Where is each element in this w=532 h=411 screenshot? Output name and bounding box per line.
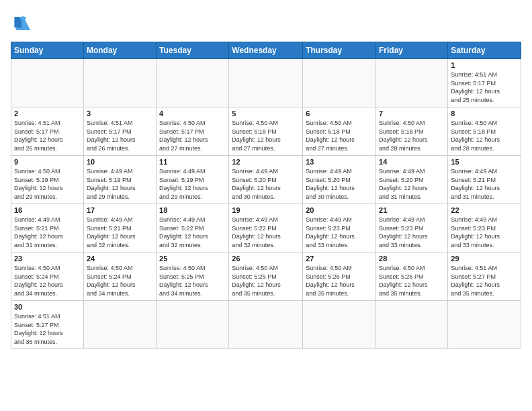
day-number: 9: [14, 158, 81, 166]
day-info: Sunrise: 4:51 AM Sunset: 5:27 PM Dayligh…: [14, 312, 81, 346]
day-number: 21: [379, 206, 445, 214]
calendar-cell: 24Sunrise: 4:50 AM Sunset: 5:24 PM Dayli…: [83, 253, 156, 301]
day-info: Sunrise: 4:50 AM Sunset: 5:26 PM Dayligh…: [306, 264, 373, 298]
calendar-cell: 28Sunrise: 4:50 AM Sunset: 5:26 PM Dayli…: [376, 253, 448, 301]
calendar-cell: [448, 301, 521, 349]
calendar-cell: 8Sunrise: 4:50 AM Sunset: 5:18 PM Daylig…: [448, 107, 521, 156]
calendar-cell: 30Sunrise: 4:51 AM Sunset: 5:27 PM Dayli…: [11, 301, 84, 349]
calendar-cell: 19Sunrise: 4:49 AM Sunset: 5:22 PM Dayli…: [229, 204, 303, 253]
calendar-cell: 16Sunrise: 4:49 AM Sunset: 5:21 PM Dayli…: [11, 204, 84, 253]
weekday-header-thursday: Thursday: [303, 42, 376, 59]
day-info: Sunrise: 4:49 AM Sunset: 5:19 PM Dayligh…: [159, 167, 226, 201]
calendar-cell: 2Sunrise: 4:51 AM Sunset: 5:17 PM Daylig…: [11, 107, 84, 156]
day-number: 15: [451, 158, 518, 166]
day-info: Sunrise: 4:49 AM Sunset: 5:21 PM Dayligh…: [87, 216, 153, 249]
calendar-cell: 13Sunrise: 4:49 AM Sunset: 5:20 PM Dayli…: [303, 156, 376, 204]
calendar-cell: [376, 301, 448, 349]
day-info: Sunrise: 4:50 AM Sunset: 5:17 PM Dayligh…: [159, 119, 226, 152]
day-info: Sunrise: 4:50 AM Sunset: 5:25 PM Dayligh…: [159, 264, 226, 298]
calendar: SundayMondayTuesdayWednesdayThursdayFrid…: [11, 42, 521, 349]
day-info: Sunrise: 4:50 AM Sunset: 5:18 PM Dayligh…: [451, 119, 518, 152]
day-info: Sunrise: 4:50 AM Sunset: 5:24 PM Dayligh…: [14, 264, 81, 298]
day-info: Sunrise: 4:49 AM Sunset: 5:23 PM Dayligh…: [451, 216, 518, 249]
weekday-header-saturday: Saturday: [448, 42, 521, 59]
day-number: 13: [306, 158, 373, 166]
day-info: Sunrise: 4:49 AM Sunset: 5:21 PM Dayligh…: [451, 167, 518, 201]
day-number: 4: [159, 109, 226, 118]
day-number: 11: [159, 158, 226, 166]
calendar-cell: 10Sunrise: 4:49 AM Sunset: 5:19 PM Dayli…: [83, 156, 156, 204]
day-number: 6: [306, 109, 373, 118]
weekday-header-friday: Friday: [376, 42, 448, 59]
calendar-cell: [157, 59, 229, 107]
week-row-6: 30Sunrise: 4:51 AM Sunset: 5:27 PM Dayli…: [11, 301, 521, 349]
calendar-cell: 20Sunrise: 4:49 AM Sunset: 5:23 PM Dayli…: [303, 204, 376, 253]
calendar-cell: [376, 59, 448, 107]
day-info: Sunrise: 4:50 AM Sunset: 5:18 PM Dayligh…: [379, 119, 445, 152]
day-info: Sunrise: 4:49 AM Sunset: 5:20 PM Dayligh…: [232, 167, 300, 201]
day-number: 27: [306, 255, 373, 263]
day-info: Sunrise: 4:50 AM Sunset: 5:26 PM Dayligh…: [379, 264, 445, 298]
calendar-cell: [11, 59, 84, 107]
day-info: Sunrise: 4:49 AM Sunset: 5:20 PM Dayligh…: [379, 167, 445, 201]
weekday-header-tuesday: Tuesday: [157, 42, 229, 59]
day-info: Sunrise: 4:51 AM Sunset: 5:17 PM Dayligh…: [87, 119, 153, 152]
calendar-cell: 17Sunrise: 4:49 AM Sunset: 5:21 PM Dayli…: [83, 204, 156, 253]
day-number: 12: [232, 158, 300, 166]
calendar-cell: [303, 301, 376, 349]
week-row-5: 23Sunrise: 4:50 AM Sunset: 5:24 PM Dayli…: [11, 253, 521, 301]
day-number: 1: [451, 61, 518, 69]
day-number: 3: [87, 109, 153, 118]
day-info: Sunrise: 4:49 AM Sunset: 5:21 PM Dayligh…: [14, 216, 81, 249]
day-number: 10: [87, 158, 153, 166]
day-number: 28: [379, 255, 445, 263]
calendar-cell: 12Sunrise: 4:49 AM Sunset: 5:20 PM Dayli…: [229, 156, 303, 204]
day-info: Sunrise: 4:50 AM Sunset: 5:19 PM Dayligh…: [14, 167, 81, 201]
calendar-cell: 9Sunrise: 4:50 AM Sunset: 5:19 PM Daylig…: [11, 156, 84, 204]
calendar-cell: 3Sunrise: 4:51 AM Sunset: 5:17 PM Daylig…: [83, 107, 156, 156]
day-number: 17: [87, 206, 153, 214]
calendar-cell: [157, 301, 229, 349]
day-info: Sunrise: 4:50 AM Sunset: 5:18 PM Dayligh…: [232, 119, 300, 152]
calendar-cell: 26Sunrise: 4:50 AM Sunset: 5:25 PM Dayli…: [229, 253, 303, 301]
calendar-cell: 15Sunrise: 4:49 AM Sunset: 5:21 PM Dayli…: [448, 156, 521, 204]
day-info: Sunrise: 4:49 AM Sunset: 5:22 PM Dayligh…: [159, 216, 226, 249]
calendar-cell: [229, 59, 303, 107]
calendar-cell: [229, 301, 303, 349]
day-info: Sunrise: 4:51 AM Sunset: 5:17 PM Dayligh…: [14, 119, 81, 152]
header: [11, 11, 521, 35]
calendar-cell: 27Sunrise: 4:50 AM Sunset: 5:26 PM Dayli…: [303, 253, 376, 301]
calendar-cell: 1Sunrise: 4:51 AM Sunset: 5:17 PM Daylig…: [448, 59, 521, 107]
day-number: 14: [379, 158, 445, 166]
day-info: Sunrise: 4:50 AM Sunset: 5:24 PM Dayligh…: [87, 264, 153, 298]
day-info: Sunrise: 4:50 AM Sunset: 5:18 PM Dayligh…: [306, 119, 373, 152]
calendar-cell: 18Sunrise: 4:49 AM Sunset: 5:22 PM Dayli…: [157, 204, 229, 253]
calendar-cell: 5Sunrise: 4:50 AM Sunset: 5:18 PM Daylig…: [229, 107, 303, 156]
day-info: Sunrise: 4:49 AM Sunset: 5:20 PM Dayligh…: [306, 167, 373, 201]
weekday-header-wednesday: Wednesday: [229, 42, 303, 59]
calendar-cell: 25Sunrise: 4:50 AM Sunset: 5:25 PM Dayli…: [157, 253, 229, 301]
logo-icon: [11, 11, 35, 35]
week-row-2: 2Sunrise: 4:51 AM Sunset: 5:17 PM Daylig…: [11, 107, 521, 156]
day-number: 25: [159, 255, 226, 263]
calendar-cell: [303, 59, 376, 107]
day-number: 20: [306, 206, 373, 214]
calendar-cell: 21Sunrise: 4:49 AM Sunset: 5:23 PM Dayli…: [376, 204, 448, 253]
calendar-cell: 7Sunrise: 4:50 AM Sunset: 5:18 PM Daylig…: [376, 107, 448, 156]
calendar-cell: 4Sunrise: 4:50 AM Sunset: 5:17 PM Daylig…: [157, 107, 229, 156]
calendar-cell: [83, 59, 156, 107]
logo: [11, 11, 39, 35]
day-number: 23: [14, 255, 81, 263]
day-number: 30: [14, 303, 81, 311]
weekday-header-row: SundayMondayTuesdayWednesdayThursdayFrid…: [11, 42, 521, 59]
day-info: Sunrise: 4:49 AM Sunset: 5:23 PM Dayligh…: [379, 216, 445, 249]
day-number: 5: [232, 109, 300, 118]
calendar-cell: 11Sunrise: 4:49 AM Sunset: 5:19 PM Dayli…: [157, 156, 229, 204]
weekday-header-monday: Monday: [83, 42, 156, 59]
day-number: 16: [14, 206, 81, 214]
day-info: Sunrise: 4:51 AM Sunset: 5:27 PM Dayligh…: [451, 264, 518, 298]
calendar-cell: 14Sunrise: 4:49 AM Sunset: 5:20 PM Dayli…: [376, 156, 448, 204]
week-row-1: 1Sunrise: 4:51 AM Sunset: 5:17 PM Daylig…: [11, 59, 521, 107]
day-info: Sunrise: 4:50 AM Sunset: 5:25 PM Dayligh…: [232, 264, 300, 298]
calendar-cell: 29Sunrise: 4:51 AM Sunset: 5:27 PM Dayli…: [448, 253, 521, 301]
